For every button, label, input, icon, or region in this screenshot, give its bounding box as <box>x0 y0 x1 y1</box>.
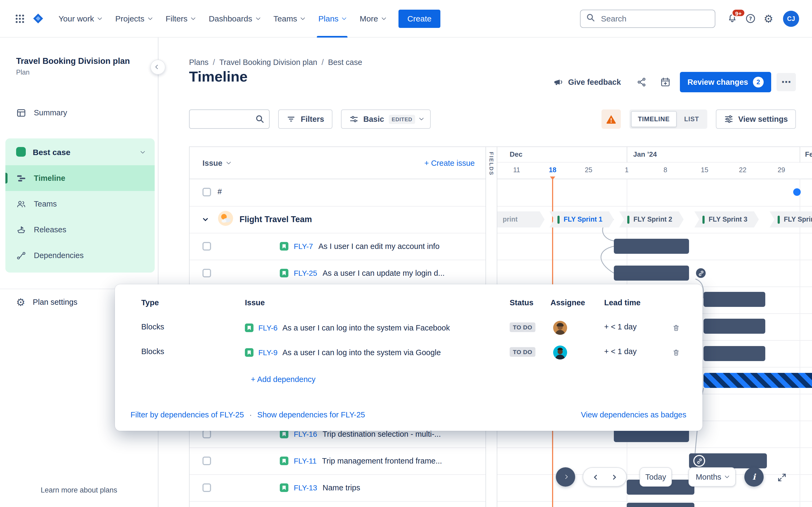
chevron-down-icon[interactable] <box>203 216 208 221</box>
breadcrumb-plan-name[interactable]: Travel Booking Division plan <box>219 58 317 66</box>
month-label: Dec <box>510 150 522 158</box>
sidebar-item-releases[interactable]: Releases <box>5 217 155 243</box>
issue-column-dropdown[interactable]: Issue <box>202 159 230 167</box>
dependency-link-badge[interactable] <box>695 267 707 279</box>
row-checkbox[interactable] <box>202 457 211 465</box>
view-mode-dropdown[interactable]: Basic EDITED <box>341 109 431 129</box>
view-dependencies-as-badges-link[interactable]: View dependencies as badges <box>581 410 686 419</box>
issue-row[interactable]: FLY-7 As I user I can edit my account in… <box>280 233 486 260</box>
sprint-pill[interactable]: FLY Sprint 2 <box>619 211 683 227</box>
gantt-bar[interactable] <box>704 319 765 334</box>
issue-row[interactable]: FLY-25 As a user I can update my login d… <box>280 260 486 286</box>
issue-key-link[interactable]: FLY-25 <box>294 269 317 277</box>
share-icon <box>637 77 647 88</box>
warnings-button[interactable] <box>602 109 621 129</box>
jira-logo[interactable] <box>29 9 47 27</box>
nav-item-teams[interactable]: Teams <box>266 0 311 37</box>
fullscreen-button[interactable] <box>773 469 791 486</box>
filters-button[interactable]: Filters <box>278 109 332 129</box>
more-options-button[interactable]: ⋯ <box>776 73 796 91</box>
issue-key-link[interactable]: FLY-11 <box>294 457 317 465</box>
nav-item-more[interactable]: More <box>353 0 392 37</box>
team-group-row[interactable]: Flight Travel Team <box>190 206 486 233</box>
sidebar-collapse-button[interactable] <box>150 60 165 74</box>
sprint-pill[interactable]: FLY Sprin <box>770 211 812 227</box>
release-dot-indicator[interactable] <box>793 188 801 196</box>
row-checkbox[interactable] <box>202 430 211 438</box>
tab-list[interactable]: LIST <box>678 115 705 123</box>
skip-forward-button[interactable] <box>556 467 575 487</box>
issue-search-box[interactable] <box>189 109 269 129</box>
zoom-level-label: Months <box>696 473 721 481</box>
breadcrumb-scenario[interactable]: Best case <box>328 58 362 66</box>
today-button[interactable]: Today <box>640 467 672 487</box>
help-button[interactable]: ? <box>741 9 759 27</box>
row-checkbox[interactable] <box>202 269 211 277</box>
gantt-bar-fly7[interactable] <box>614 239 689 254</box>
scenario-selector[interactable]: Best case <box>5 139 155 166</box>
sprint-pill[interactable]: FLY Sprint 3 <box>694 211 759 227</box>
gantt-bar-striped[interactable] <box>704 373 812 388</box>
zoom-level-dropdown[interactable]: Months <box>689 467 736 487</box>
global-search-box[interactable] <box>580 9 715 27</box>
sidebar-item-summary[interactable]: Summary <box>0 102 158 124</box>
sidebar-item-dependencies[interactable]: Dependencies <box>5 243 155 269</box>
scroll-left-button[interactable] <box>594 474 599 480</box>
issue-key-link[interactable]: FLY-13 <box>294 484 317 492</box>
global-search-input[interactable] <box>600 13 709 23</box>
month-gridline <box>800 179 800 507</box>
delete-dependency-button[interactable] <box>669 321 683 335</box>
issue-row[interactable]: FLY-11 Trip management frontend frame... <box>280 447 486 474</box>
lead-time-value: + < 1 day <box>604 323 637 331</box>
view-settings-button[interactable]: View settings <box>716 109 796 129</box>
dependency-link-badge[interactable] <box>693 455 705 467</box>
show-dependencies-link[interactable]: Show dependencies for FLY-25 <box>257 410 365 419</box>
gantt-bar[interactable] <box>704 346 765 361</box>
scroll-right-button[interactable] <box>611 474 616 480</box>
row-checkbox[interactable] <box>202 242 211 250</box>
settings-gear-button[interactable]: ⚙ <box>759 9 778 27</box>
nav-item-plans[interactable]: Plans <box>311 0 353 37</box>
sidebar-item-timeline[interactable]: Timeline <box>5 166 155 191</box>
share-button[interactable] <box>632 73 651 91</box>
issue-search-input[interactable] <box>195 114 252 124</box>
issue-key-link[interactable]: FLY-6 <box>258 324 277 332</box>
sidebar-item-teams[interactable]: Teams <box>5 191 155 217</box>
issue-key-link[interactable]: FLY-9 <box>258 348 277 357</box>
sprint-pill-past[interactable]: print <box>497 211 545 227</box>
gantt-bar[interactable] <box>704 292 765 307</box>
review-changes-button[interactable]: Review changes 2 <box>680 72 771 92</box>
learn-more-link[interactable]: Learn more about plans <box>0 486 158 494</box>
notifications-button[interactable]: 9+ <box>723 9 741 27</box>
create-issue-button[interactable]: + Create issue <box>421 158 478 168</box>
gantt-bar-fly25[interactable] <box>614 266 689 281</box>
app-switcher-icon[interactable] <box>11 9 29 27</box>
delete-dependency-button[interactable] <box>669 345 683 359</box>
nav-item-projects[interactable]: Projects <box>108 0 158 37</box>
gantt-bar-partial[interactable] <box>627 503 694 507</box>
sprint-pill-active[interactable]: FLY Sprint 1 <box>549 211 614 227</box>
tab-timeline[interactable]: TIMELINE <box>631 111 677 127</box>
nav-item-your-work[interactable]: Your work <box>52 0 108 37</box>
assignee-avatar[interactable] <box>553 345 567 361</box>
select-all-checkbox[interactable] <box>202 188 211 196</box>
sliders-icon <box>349 114 358 124</box>
add-dependency-link[interactable]: + Add dependency <box>248 375 319 384</box>
give-feedback-button[interactable]: Give feedback <box>549 76 624 88</box>
filter-by-dependencies-link[interactable]: Filter by dependencies of FLY-25 <box>131 410 244 419</box>
user-avatar[interactable]: CJ <box>783 10 799 26</box>
nav-item-dashboards[interactable]: Dashboards <box>202 0 266 37</box>
breadcrumb-plans[interactable]: Plans <box>189 58 209 66</box>
issue-key-link[interactable]: FLY-7 <box>294 242 313 250</box>
nav-item-filters[interactable]: Filters <box>159 0 202 37</box>
timeline-scroll-buttons <box>583 467 627 487</box>
issue-row[interactable]: FLY-13 Name trips <box>280 474 486 501</box>
info-button[interactable]: i <box>744 467 764 487</box>
nav-label: Projects <box>115 14 144 23</box>
create-button[interactable]: Create <box>399 9 440 27</box>
export-schedule-button[interactable] <box>656 73 674 91</box>
issue-key-link[interactable]: FLY-16 <box>294 430 317 438</box>
row-checkbox[interactable] <box>202 484 211 492</box>
assignee-avatar[interactable] <box>553 321 567 337</box>
question-icon: ? <box>745 13 756 24</box>
